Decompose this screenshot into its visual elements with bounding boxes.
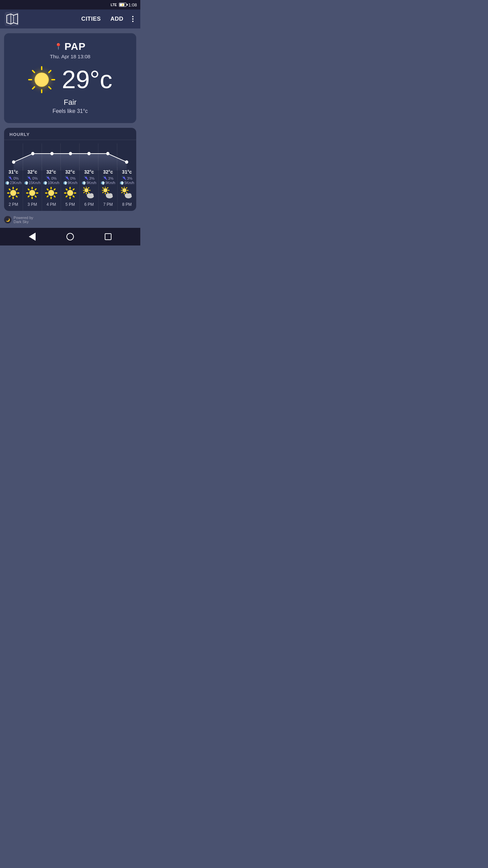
svg-rect-50 xyxy=(54,195,56,198)
svg-point-95 xyxy=(127,193,131,197)
weather-description: Fair xyxy=(9,98,131,107)
hourly-wind: 💨 5Km/h xyxy=(120,181,134,185)
hourly-item: 32°c🌂 0%💨 10Km/h 4 PM xyxy=(42,167,61,211)
hourly-precip: 🌂 3% xyxy=(103,176,114,180)
add-button[interactable]: ADD xyxy=(108,14,126,24)
hourly-item: 31°c🌂 0%💨 23Km/h 2 PM xyxy=(4,167,23,211)
svg-rect-89 xyxy=(125,187,127,189)
hourly-wind: 💨 9Km/h xyxy=(63,181,78,185)
svg-rect-6 xyxy=(51,79,55,80)
rain-icon: 🌂 xyxy=(46,176,50,180)
svg-rect-52 xyxy=(69,187,71,189)
navbar: CITIES ADD xyxy=(0,9,140,28)
svg-rect-29 xyxy=(16,188,18,191)
svg-rect-53 xyxy=(69,197,71,199)
hourly-wind: 💨 9Km/h xyxy=(82,181,96,185)
svg-rect-35 xyxy=(32,197,33,199)
recents-button[interactable] xyxy=(105,233,111,240)
hourly-time-label: 3 PM xyxy=(27,202,37,207)
svg-point-42 xyxy=(48,190,54,196)
svg-rect-78 xyxy=(102,192,104,193)
feels-like: Feels like 31°c xyxy=(9,108,131,114)
svg-rect-48 xyxy=(46,195,49,197)
svg-rect-30 xyxy=(8,195,11,197)
svg-rect-28 xyxy=(17,193,19,194)
svg-rect-41 xyxy=(35,195,37,198)
hourly-wind: 💨 15Km/h xyxy=(24,181,40,185)
svg-rect-76 xyxy=(108,190,109,191)
hourly-items-row: 31°c🌂 0%💨 23Km/h 2 PM32°c🌂 0%💨 15Km/h xyxy=(4,167,136,211)
svg-rect-62 xyxy=(86,193,87,194)
svg-rect-63 xyxy=(83,190,84,191)
hourly-card: HOURLY xyxy=(4,128,136,211)
svg-rect-38 xyxy=(35,188,37,191)
svg-rect-39 xyxy=(27,195,30,197)
svg-rect-31 xyxy=(8,188,11,191)
cities-button[interactable]: CITIES xyxy=(79,14,104,24)
hourly-item: 32°c🌂 3%💨 9Km/h 7 PM xyxy=(99,167,118,211)
svg-point-60 xyxy=(84,188,88,192)
svg-rect-66 xyxy=(83,192,85,193)
more-dot xyxy=(132,18,134,20)
svg-rect-49 xyxy=(46,188,49,191)
svg-rect-43 xyxy=(50,187,52,189)
hourly-item: 32°c🌂 3%💨 9Km/h 6 PM xyxy=(80,167,99,211)
svg-rect-80 xyxy=(107,192,108,193)
hourly-weather-icon xyxy=(45,187,57,200)
rain-icon: 🌂 xyxy=(122,176,126,180)
hourly-time-label: 4 PM xyxy=(46,202,56,207)
wind-icon: 💨 xyxy=(82,181,86,185)
weather-sun-icon xyxy=(28,66,55,93)
svg-point-16 xyxy=(106,152,109,155)
svg-point-15 xyxy=(87,152,90,155)
svg-rect-32 xyxy=(16,195,18,198)
svg-point-14 xyxy=(69,152,72,155)
more-options-button[interactable] xyxy=(130,15,136,23)
svg-rect-45 xyxy=(45,193,47,194)
svg-rect-92 xyxy=(125,192,127,193)
svg-rect-77 xyxy=(107,187,108,189)
rain-icon: 🌂 xyxy=(27,176,32,180)
svg-rect-46 xyxy=(55,193,57,194)
svg-point-12 xyxy=(31,152,34,155)
svg-rect-68 xyxy=(88,192,89,193)
app-logo[interactable] xyxy=(5,12,19,26)
hourly-weather-icon xyxy=(83,187,95,200)
svg-rect-54 xyxy=(64,193,66,194)
svg-rect-65 xyxy=(88,187,89,189)
rain-icon: 🌂 xyxy=(84,176,88,180)
svg-rect-5 xyxy=(28,79,32,80)
svg-rect-61 xyxy=(86,187,87,188)
recents-square-icon xyxy=(105,233,111,240)
svg-rect-88 xyxy=(127,190,128,191)
svg-rect-75 xyxy=(102,190,103,191)
signal-indicator: LTE xyxy=(111,3,117,7)
hourly-item: 32°c🌂 0%💨 15Km/h 3 PM xyxy=(23,167,42,211)
rain-icon: 🌂 xyxy=(103,176,107,180)
back-triangle-icon xyxy=(29,233,36,241)
temperature-display: 29°c xyxy=(62,67,113,92)
rain-icon: 🌂 xyxy=(8,176,13,180)
status-bar: LTE ⚡ 1:08 xyxy=(0,0,140,9)
svg-rect-34 xyxy=(32,187,33,189)
svg-point-13 xyxy=(50,152,54,155)
svg-rect-44 xyxy=(50,197,52,199)
svg-rect-10 xyxy=(48,86,52,90)
svg-rect-79 xyxy=(102,187,104,189)
svg-rect-87 xyxy=(121,190,122,191)
back-button[interactable] xyxy=(29,233,36,241)
battery-icon: ⚡ xyxy=(119,3,126,7)
hourly-chart xyxy=(4,140,136,167)
city-name: 📍 PAP xyxy=(9,41,131,52)
svg-rect-8 xyxy=(32,86,35,90)
svg-rect-91 xyxy=(121,187,123,189)
home-button[interactable] xyxy=(66,233,74,240)
svg-point-33 xyxy=(29,190,35,196)
svg-rect-4 xyxy=(41,89,42,93)
hourly-precip: 🌂 0% xyxy=(27,176,38,180)
svg-rect-73 xyxy=(105,187,106,188)
hourly-precip: 🌂 3% xyxy=(122,176,133,180)
svg-rect-56 xyxy=(72,188,75,191)
rain-icon: 🌂 xyxy=(65,176,69,180)
svg-rect-25 xyxy=(13,187,14,189)
